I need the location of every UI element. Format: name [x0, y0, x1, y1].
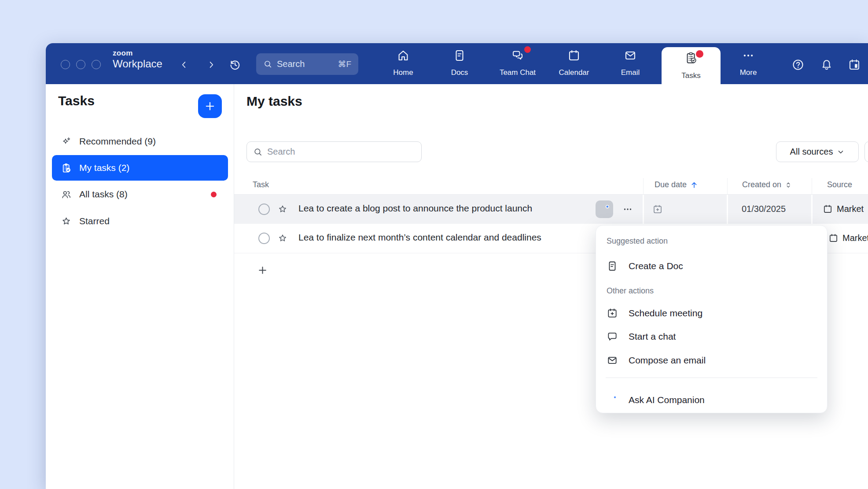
global-search[interactable]: Search ⌘F	[256, 53, 358, 75]
history-icon	[228, 58, 242, 71]
team-chat-badge	[524, 46, 531, 53]
set-due-date-icon[interactable]	[652, 204, 663, 215]
menu-item-schedule-meeting[interactable]: Schedule meeting	[601, 303, 823, 323]
help-button[interactable]	[790, 57, 806, 73]
row-more-actions-button[interactable]	[619, 200, 636, 218]
window-close-button[interactable]	[61, 60, 70, 69]
notifications-button[interactable]	[819, 57, 835, 73]
task-search-field	[246, 141, 422, 162]
back-button[interactable]	[176, 57, 192, 73]
window-zoom-button[interactable]	[92, 60, 101, 69]
nav-tasks-active-tab[interactable]: Tasks	[662, 47, 721, 84]
chevron-right-icon	[206, 60, 216, 70]
nav-docs[interactable]: Docs	[435, 43, 484, 84]
popup-section-heading: Suggested action	[607, 237, 668, 246]
task-search-input[interactable]	[247, 142, 421, 162]
source-cell[interactable]: Market	[823, 204, 864, 214]
sort-icon	[784, 181, 792, 189]
forward-button[interactable]	[203, 57, 219, 73]
created-on-value: 01/30/2025	[742, 204, 786, 214]
calendar-icon	[567, 49, 581, 62]
brand-logo: zoom Workplace	[113, 49, 162, 70]
ai-companion-button[interactable]	[596, 200, 613, 218]
history-button[interactable]	[227, 57, 243, 73]
tasks-badge	[696, 50, 703, 58]
calendar-today-icon	[848, 58, 861, 71]
ai-companion-icon	[607, 394, 618, 406]
calendar-icon	[828, 233, 839, 243]
search-icon	[263, 59, 272, 69]
star-icon[interactable]	[277, 204, 288, 215]
chevron-down-icon	[837, 148, 845, 156]
chevron-left-icon	[179, 60, 189, 70]
column-divider	[727, 178, 728, 194]
task-complete-checkbox[interactable]	[258, 204, 270, 215]
nav-email[interactable]: Email	[606, 43, 655, 84]
star-icon	[61, 216, 72, 227]
nav-team-chat[interactable]: Team Chat	[493, 43, 542, 84]
column-due-date[interactable]: Due date	[655, 180, 699, 189]
column-source[interactable]: Source	[827, 180, 852, 189]
menu-item-create-doc[interactable]: Create a Doc	[601, 256, 823, 276]
star-icon[interactable]	[277, 233, 288, 244]
sidebar-title: Tasks	[58, 93, 95, 108]
bell-icon	[820, 58, 833, 71]
menu-item-start-chat[interactable]: Start a chat	[601, 326, 823, 347]
clipped-filter-button[interactable]	[864, 141, 868, 162]
search-shortcut: ⌘F	[338, 59, 351, 69]
clipboard-check-icon	[61, 163, 72, 174]
docs-icon	[453, 49, 466, 62]
column-created-on[interactable]: Created on	[742, 180, 792, 189]
people-icon	[61, 189, 72, 200]
ai-companion-icon	[599, 204, 611, 215]
sidebar-item-my-tasks[interactable]: My tasks (2)	[52, 155, 228, 181]
doc-icon	[607, 260, 618, 272]
chat-icon	[607, 331, 618, 342]
calendar-today-button[interactable]	[846, 57, 862, 73]
cell-divider	[811, 195, 813, 224]
add-task-button[interactable]	[198, 94, 222, 118]
sidebar-item-recommended[interactable]: Recommended (9)	[52, 129, 228, 154]
nav-more[interactable]: More	[724, 43, 772, 84]
task-complete-checkbox[interactable]	[258, 233, 270, 244]
suggested-actions-popup: Suggested action Create a Doc Other acti…	[596, 225, 828, 413]
task-row-1[interactable]: Lea to create a blog post to announce th…	[234, 195, 868, 224]
source-cell[interactable]: Market	[828, 233, 868, 243]
sparkle-icon	[61, 136, 72, 147]
team-chat-icon	[511, 49, 524, 62]
popup-section-heading: Other actions	[607, 286, 654, 296]
add-task-inline-button[interactable]	[254, 261, 271, 279]
column-task[interactable]: Task	[253, 180, 269, 189]
sidebar-item-all-tasks[interactable]: All tasks (8)	[52, 182, 228, 207]
menu-item-compose-email[interactable]: Compose an email	[601, 350, 823, 370]
desktop: zoom Workplace Search ⌘F Home Docs	[0, 0, 868, 489]
plus-icon	[204, 100, 216, 112]
column-divider	[643, 178, 644, 194]
brand-workplace: Workplace	[113, 58, 162, 70]
table-header: Task Due date Created on Source	[234, 176, 868, 195]
email-icon	[624, 49, 637, 62]
calendar-icon	[823, 204, 833, 214]
nav-home[interactable]: Home	[379, 43, 427, 84]
top-bar: zoom Workplace Search ⌘F Home Docs	[46, 43, 868, 84]
global-search-placeholder: Search	[277, 59, 305, 69]
column-divider	[812, 178, 812, 194]
sidebar: Tasks Recommended (9) My tasks (2) All t…	[46, 84, 234, 489]
sidebar-item-starred[interactable]: Starred	[52, 208, 228, 234]
cell-divider	[727, 195, 728, 224]
page-title: My tasks	[246, 94, 302, 109]
sources-filter-button[interactable]: All sources	[776, 141, 859, 162]
more-icon	[742, 49, 755, 62]
brand-zoom: zoom	[113, 49, 162, 57]
email-icon	[607, 355, 618, 366]
calendar-plus-icon	[607, 307, 618, 319]
task-title[interactable]: Lea to create a blog post to announce th…	[298, 203, 532, 214]
window-minimize-button[interactable]	[76, 60, 85, 69]
sort-ascending-icon	[690, 181, 699, 189]
help-icon	[791, 58, 805, 71]
task-title[interactable]: Lea to finalize next month’s content cal…	[298, 232, 541, 243]
nav-calendar[interactable]: Calendar	[550, 43, 598, 84]
popup-divider	[606, 378, 817, 378]
menu-item-ask-ai-companion[interactable]: Ask AI Companion	[601, 390, 823, 410]
plus-icon	[257, 265, 268, 276]
